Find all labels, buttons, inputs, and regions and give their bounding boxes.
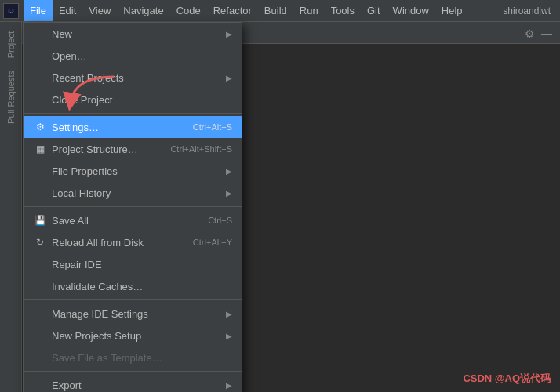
menu-label-recent: Recent Projects [52,72,220,84]
menubar: IJ File Edit View Navigate Code Refactor… [0,0,560,22]
menu-label-new_projects: New Projects Setup [52,330,220,342]
menu-separator [24,371,242,372]
menu-icon-history [33,186,47,200]
menu-help[interactable]: Help [435,0,469,21]
menu-refactor[interactable]: Refactor [207,0,258,21]
menu-icon-export [33,378,47,392]
menu-item-reload[interactable]: ↻Reload All from DiskCtrl+Alt+Y [24,231,242,253]
menu-label-repair: Repair IDE [52,259,232,270]
menu-shortcut-settings: Ctrl+Alt+S [193,122,232,132]
app-logo: IJ [3,3,19,19]
menu-icon-new_projects [33,328,47,343]
menu-icon-close [33,93,47,107]
menu-arrow-properties: ▶ [226,167,232,176]
menu-label-save_template: Save File as Template… [52,352,232,364]
sidebar-tab-project[interactable]: Project [3,25,19,64]
menu-separator [24,113,242,114]
menu-label-invalidate: Invalidate Caches… [52,281,232,292]
menu-window[interactable]: Window [387,0,435,21]
menu-item-invalidate[interactable]: Invalidate Caches… [24,275,242,297]
menu-item-export[interactable]: Export▶ [24,374,242,392]
menu-item-settings[interactable]: ⚙Settings…Ctrl+Alt+S [24,116,242,138]
menu-label-properties: File Properties [52,165,220,177]
menu-shortcut-structure: Ctrl+Alt+Shift+S [170,144,232,154]
menu-icon-manage_ide [33,307,47,321]
menu-label-export: Export [52,379,220,391]
menu-arrow-new: ▶ [226,30,232,38]
menu-shortcut-saveall: Ctrl+S [208,216,232,225]
user-name: shiroandjwt [503,5,557,16]
menu-icon-reload: ↻ [33,235,47,249]
menu-tools[interactable]: Tools [325,0,361,21]
menu-separator [24,206,242,207]
menu-build[interactable]: Build [258,0,293,21]
file-dropdown-menu: New▶Open…Recent Projects▶Close Project⚙S… [23,22,242,392]
menu-item-new[interactable]: New▶ [24,23,242,45]
menu-icon-invalidate [33,279,47,293]
menu-icon-repair [33,257,47,271]
menu-label-open: Open… [52,50,232,62]
menu-item-recent[interactable]: Recent Projects▶ [24,67,242,89]
menu-icon-settings: ⚙ [33,120,47,134]
menu-code[interactable]: Code [170,0,207,21]
menu-shortcut-reload: Ctrl+Alt+Y [193,238,232,247]
menu-file[interactable]: File [24,0,53,21]
menu-item-history[interactable]: Local History▶ [24,182,242,204]
menu-icon-save_template [33,350,47,365]
menu-item-close[interactable]: Close Project [24,89,242,111]
menu-separator [24,299,242,300]
menu-item-new_projects[interactable]: New Projects Setup▶ [24,325,242,347]
menu-arrow-new_projects: ▶ [226,332,232,340]
menu-icon-open [33,49,47,63]
menu-icon-structure: ▦ [33,142,47,156]
menu-item-save_template: Save File as Template… [24,347,242,368]
menu-label-manage_ide: Manage IDE Settings [52,308,220,320]
menu-label-structure: Project Structure… [52,143,155,155]
menu-navigate[interactable]: Navigate [117,0,169,21]
menu-arrow-history: ▶ [226,189,232,198]
menu-item-properties[interactable]: File Properties▶ [24,160,242,182]
main-content: Project Pull Requests shiroandjwt ⚙ — Ne… [0,22,560,392]
menu-git[interactable]: Git [361,0,387,21]
menu-label-saveall: Save All [52,215,192,227]
menu-item-saveall[interactable]: 💾Save AllCtrl+S [24,209,242,231]
settings-gear-icon[interactable]: ⚙ [522,27,536,41]
menu-label-reload: Reload All from Disk [52,237,177,249]
menu-icon-properties [33,164,47,178]
menu-item-repair[interactable]: Repair IDE [24,253,242,275]
menu-item-structure[interactable]: ▦Project Structure…Ctrl+Alt+Shift+S [24,138,242,160]
watermark: CSDN @AQ说代码 [463,372,551,386]
menu-arrow-recent: ▶ [226,74,232,82]
menu-item-manage_ide[interactable]: Manage IDE Settings▶ [24,303,242,325]
settings-minimize-icon[interactable]: — [540,27,554,41]
menu-icon-recent [33,71,47,85]
sidebar: Project Pull Requests [0,22,22,392]
menu-item-open[interactable]: Open… [24,45,242,67]
menu-arrow-export: ▶ [226,381,232,390]
menu-label-new: New [52,28,220,40]
sidebar-tab-pull-requests[interactable]: Pull Requests [3,64,19,130]
menu-icon-new [33,27,47,41]
menu-label-settings: Settings… [52,122,177,133]
menu-arrow-manage_ide: ▶ [226,310,232,318]
menu-view[interactable]: View [82,0,117,21]
menu-run[interactable]: Run [293,0,325,21]
menu-icon-saveall: 💾 [33,213,47,227]
menu-label-history: Local History [52,187,220,199]
menu-label-close: Close Project [52,94,232,106]
menu-edit[interactable]: Edit [53,0,82,21]
editor-settings-icons: ⚙ — [522,27,554,41]
